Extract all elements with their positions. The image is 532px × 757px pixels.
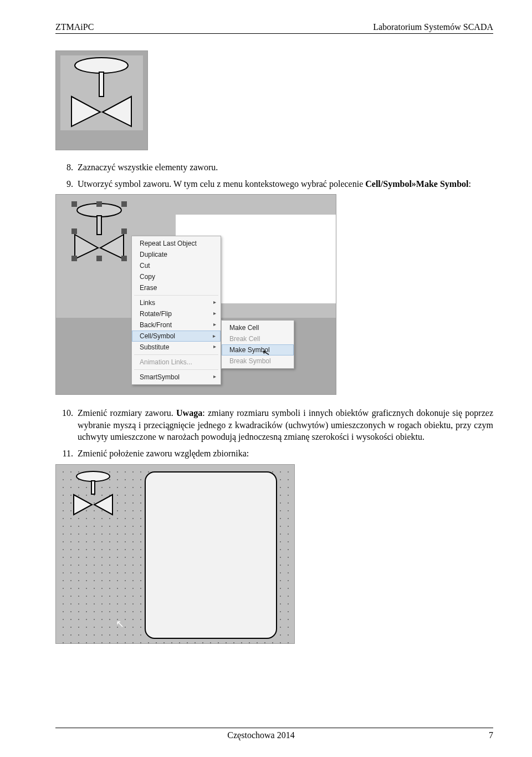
step-number: 11.	[55, 448, 78, 460]
svg-marker-6	[75, 235, 98, 259]
footer-center: Częstochowa 2014	[227, 730, 294, 740]
menu-item-cell-symbol[interactable]: Cell/Symbol	[132, 331, 221, 342]
svg-marker-3	[103, 96, 131, 126]
figure-valve-and-tank: ↖	[55, 464, 295, 644]
submenu-item-make-cell[interactable]: Make Cell	[222, 322, 294, 333]
svg-point-16	[76, 471, 110, 481]
svg-rect-8	[71, 201, 77, 207]
svg-rect-14	[96, 256, 102, 261]
svg-rect-13	[71, 256, 77, 261]
step-text: Zmienić rozmiary zaworu. Uwaga: zmiany r…	[78, 407, 493, 443]
menu-separator	[134, 295, 218, 296]
svg-rect-10	[121, 201, 127, 207]
page-header: ZTMAiPC Laboratorium Systemów SCADA	[55, 22, 493, 34]
step-number: 8.	[55, 161, 78, 174]
menu-item-erase[interactable]: Erase	[132, 282, 221, 293]
header-left: ZTMAiPC	[55, 22, 94, 32]
svg-rect-17	[91, 481, 95, 494]
svg-point-0	[75, 58, 128, 73]
svg-marker-19	[94, 495, 112, 515]
svg-marker-18	[74, 495, 92, 515]
footer-page-number: 7	[489, 730, 493, 740]
menu-item-duplicate[interactable]: Duplicate	[132, 249, 221, 260]
step-11: 11. Zmienić położenie zaworu względem zb…	[55, 448, 493, 460]
menu-separator	[134, 354, 218, 355]
svg-rect-15	[121, 256, 127, 261]
step-number: 10.	[55, 407, 78, 443]
menu-item-rotate-flip[interactable]: Rotate/Flip	[132, 308, 221, 319]
menu-item-links[interactable]: Links	[132, 297, 221, 308]
valve-icon	[68, 470, 118, 516]
step-8: 8. Zaznaczyć wszystkie elementy zaworu.	[55, 161, 493, 174]
menu-item-repeat[interactable]: Repeat Last Object	[132, 238, 221, 249]
menu-item-back-front[interactable]: Back/Front	[132, 319, 221, 331]
tank-shape	[145, 471, 277, 639]
menu-item-cut[interactable]: Cut	[132, 260, 221, 271]
context-menu[interactable]: Repeat Last Object Duplicate Cut Copy Er…	[131, 236, 221, 385]
cursor-icon: ↖	[116, 618, 124, 630]
step-10: 10. Zmienić rozmiary zaworu. Uwaga: zmia…	[55, 407, 493, 443]
svg-marker-2	[71, 96, 100, 126]
valve-selected-icon	[66, 201, 132, 261]
page-footer: Częstochowa 2014 7	[55, 728, 493, 740]
menu-item-copy[interactable]: Copy	[132, 271, 221, 282]
submenu-item-make-symbol[interactable]: Make Symbol	[222, 344, 294, 355]
step-text: Zmienić położenie zaworu względem zbiorn…	[78, 448, 493, 460]
svg-rect-5	[97, 216, 101, 235]
step-text: Utworzyć symbol zaworu. W tym celu z men…	[78, 178, 493, 190]
menu-separator	[134, 369, 218, 370]
valve-icon	[60, 55, 142, 128]
svg-rect-1	[99, 72, 104, 96]
step-number: 9.	[55, 178, 78, 190]
figure-valve-simple	[55, 50, 148, 150]
step-text: Zaznaczyć wszystkie elementy zaworu.	[78, 161, 493, 174]
svg-rect-11	[71, 228, 77, 234]
menu-item-substitute[interactable]: Substitute	[132, 342, 221, 353]
submenu-item-break-cell[interactable]: Break Cell	[222, 333, 294, 344]
submenu-item-break-symbol[interactable]: Break Symbol	[222, 355, 294, 367]
svg-marker-7	[100, 235, 124, 259]
step-9: 9. Utworzyć symbol zaworu. W tym celu z …	[55, 178, 493, 190]
figure-context-menu: Repeat Last Object Duplicate Cut Copy Er…	[55, 194, 336, 395]
context-submenu[interactable]: Make Cell Break Cell Make Symbol Break S…	[221, 320, 294, 369]
svg-rect-12	[121, 228, 127, 234]
svg-rect-9	[96, 201, 102, 207]
menu-item-smartsymbol[interactable]: SmartSymbol	[132, 372, 221, 383]
header-right: Laboratorium Systemów SCADA	[373, 22, 493, 32]
menu-item-animation-links[interactable]: Animation Links...	[132, 357, 221, 368]
